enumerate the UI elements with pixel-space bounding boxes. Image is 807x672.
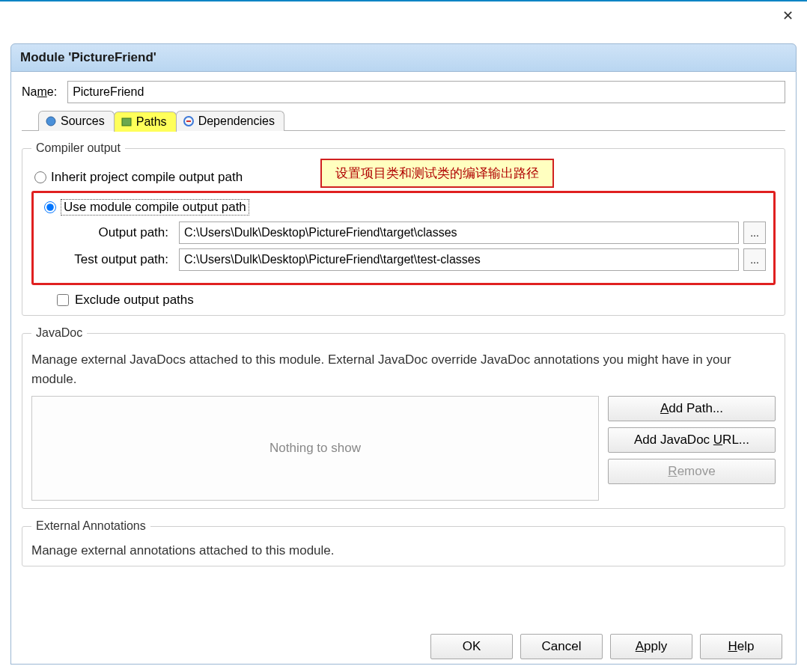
tab-paths[interactable]: Paths [114, 112, 177, 132]
inherit-label: Inherit project compile output path [51, 170, 243, 185]
help-button[interactable]: Help [700, 634, 782, 659]
compiler-output-legend: Compiler output [31, 141, 125, 155]
svg-point-0 [46, 117, 55, 126]
javadoc-list[interactable]: Nothing to show [31, 396, 599, 501]
dialog-button-bar: OK Cancel Apply Help [22, 628, 785, 659]
name-row: Name: [22, 81, 785, 103]
exclude-checkbox[interactable] [57, 294, 69, 306]
output-path-row: Output path: ... [41, 222, 766, 244]
apply-button[interactable]: Apply [610, 634, 692, 659]
inherit-radio[interactable] [34, 171, 46, 183]
annotation-callout: 设置项目类和测试类的编译输出路径 [320, 159, 554, 188]
add-url-button[interactable]: Add JavaDoc URL... [608, 427, 776, 453]
close-icon[interactable]: ✕ [782, 7, 794, 24]
tab-panel: Compiler output 设置项目类和测试类的编译输出路径 Inherit… [22, 130, 785, 628]
javadoc-description: Manage external JavaDocs attached to thi… [31, 350, 776, 388]
use-module-radio-row: Use module compile output path [44, 199, 766, 216]
paths-icon [121, 116, 133, 128]
exclude-label: Exclude output paths [75, 293, 194, 308]
svg-rect-1 [122, 118, 131, 126]
exclude-checkbox-row: Exclude output paths [57, 293, 776, 308]
external-annotations-fieldset: External Annotations Manage external ann… [22, 519, 785, 566]
tab-sources[interactable]: Sources [38, 111, 115, 131]
javadoc-split: Nothing to show Add Path... Add JavaDoc … [31, 396, 776, 501]
name-input[interactable] [67, 81, 785, 103]
javadoc-empty-text: Nothing to show [269, 441, 361, 456]
test-output-path-label: Test output path: [41, 252, 168, 267]
test-output-browse-button[interactable]: ... [743, 248, 766, 271]
dialog-title: Module 'PictureFriend' [10, 43, 797, 72]
name-label: Name: [22, 85, 57, 99]
module-settings-window: ✕ Module 'PictureFriend' Name: Sources [0, 0, 807, 672]
cancel-button[interactable]: Cancel [520, 634, 603, 659]
output-path-label: Output path: [41, 225, 168, 240]
javadoc-legend: JavaDoc [31, 326, 87, 340]
use-module-radio[interactable] [44, 201, 56, 213]
tabs: Sources Paths Dependencies [38, 111, 785, 131]
test-output-path-row: Test output path: ... [41, 248, 766, 271]
output-browse-button[interactable]: ... [743, 222, 766, 244]
add-path-button[interactable]: Add Path... [608, 396, 776, 421]
compiler-output-fieldset: Compiler output 设置项目类和测试类的编译输出路径 Inherit… [22, 141, 785, 316]
dialog: Module 'PictureFriend' Name: Sources [10, 43, 797, 665]
sources-icon [45, 115, 57, 127]
external-annotations-description: Manage external annotations attached to … [31, 543, 776, 558]
dependencies-icon [183, 115, 195, 127]
javadoc-fieldset: JavaDoc Manage external JavaDocs attache… [22, 326, 785, 509]
javadoc-buttons: Add Path... Add JavaDoc URL... Remove [608, 396, 776, 501]
use-module-label: Use module compile output path [61, 199, 249, 216]
remove-button[interactable]: Remove [608, 459, 776, 484]
output-path-input[interactable] [179, 222, 739, 244]
ok-button[interactable]: OK [430, 634, 513, 659]
tab-dependencies[interactable]: Dependencies [176, 111, 284, 131]
dialog-content: Name: Sources Paths [10, 72, 797, 665]
highlighted-section: Use module compile output path Output pa… [31, 191, 776, 285]
external-annotations-legend: External Annotations [31, 519, 150, 533]
test-output-path-input[interactable] [179, 248, 739, 271]
